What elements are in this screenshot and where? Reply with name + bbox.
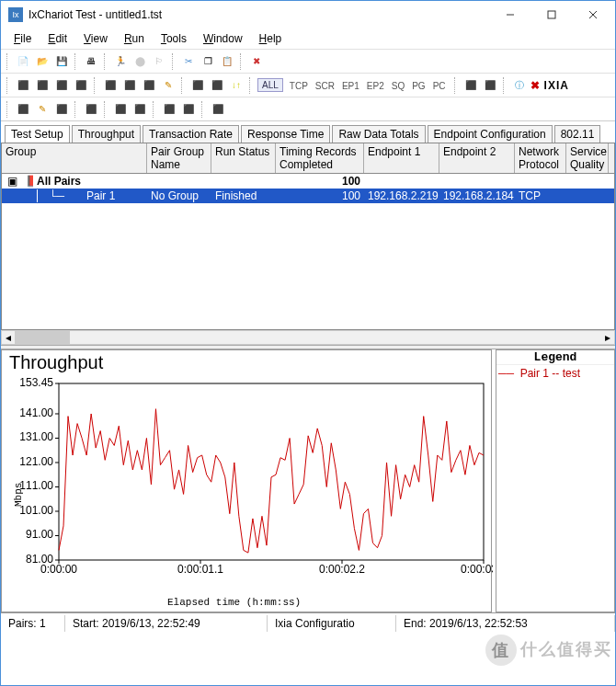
cell-proto: TCP bbox=[515, 189, 566, 202]
t3-i-icon[interactable]: ⬛ bbox=[210, 101, 226, 118]
cell-timing: 100 bbox=[276, 189, 364, 202]
tool-l-icon[interactable]: ⬛ bbox=[462, 77, 479, 94]
tool-e-icon[interactable]: ⬛ bbox=[102, 77, 119, 94]
t3-d-icon[interactable]: ⬛ bbox=[83, 101, 99, 118]
t3-g-icon[interactable]: ⬛ bbox=[161, 101, 177, 118]
t3-a-icon[interactable]: ⬛ bbox=[15, 101, 31, 118]
new-icon[interactable]: 📄 bbox=[15, 53, 31, 70]
status-bar: Pairs: 1 Start: 2019/6/13, 22:52:49 Ixia… bbox=[1, 612, 615, 633]
h-scrollbar[interactable]: ◂▸ bbox=[1, 330, 615, 345]
menu-edit[interactable]: Edit bbox=[40, 30, 74, 47]
window-title: IxChariot Test - untitled1.tst bbox=[29, 8, 489, 21]
t3-c-icon[interactable]: ⬛ bbox=[53, 101, 70, 118]
close-button[interactable] bbox=[572, 2, 613, 28]
print-icon[interactable]: 🖶 bbox=[83, 53, 99, 70]
tool-i-icon[interactable]: ⬛ bbox=[189, 77, 206, 94]
svg-text:0:00:00: 0:00:00 bbox=[40, 563, 77, 576]
filter-pg[interactable]: PG bbox=[408, 80, 428, 92]
status-start: Start: 2019/6/13, 22:52:49 bbox=[65, 615, 268, 632]
filter-ep2[interactable]: EP2 bbox=[363, 80, 388, 92]
filter-sq[interactable]: SQ bbox=[388, 80, 408, 92]
svg-text:131.00: 131.00 bbox=[19, 430, 53, 443]
t3-f-icon[interactable]: ⬛ bbox=[131, 101, 148, 118]
menu-window[interactable]: Window bbox=[196, 30, 250, 47]
tool-a-icon[interactable]: ⬛ bbox=[15, 77, 31, 94]
pair-row[interactable]: └─ Pair 1 No Group Finished 100 192.168.… bbox=[2, 189, 614, 203]
open-icon[interactable]: 📂 bbox=[34, 53, 51, 70]
col-group[interactable]: Group bbox=[2, 143, 147, 173]
filter-ep1[interactable]: EP1 bbox=[338, 80, 363, 92]
svg-text:0:00:02.2: 0:00:02.2 bbox=[319, 563, 365, 576]
tool-g-icon[interactable]: ⬛ bbox=[141, 77, 157, 94]
legend-title: Legend bbox=[496, 350, 614, 365]
tool-b-icon[interactable]: ⬛ bbox=[34, 77, 51, 94]
menu-tools[interactable]: Tools bbox=[154, 30, 194, 47]
legend-panel: Legend ── Pair 1 -- test bbox=[496, 349, 615, 612]
tab-response-time[interactable]: Response Time bbox=[241, 125, 330, 143]
cut-icon[interactable]: ✂ bbox=[180, 53, 197, 70]
tool-h-icon[interactable]: ✎ bbox=[160, 77, 177, 94]
status-end: End: 2019/6/13, 22:52:53 bbox=[396, 615, 615, 632]
col-timing-records-completed[interactable]: Timing Records Completed bbox=[276, 143, 364, 173]
app-icon: Ix bbox=[8, 7, 23, 22]
svg-rect-1 bbox=[548, 11, 555, 18]
title-bar: Ix IxChariot Test - untitled1.tst bbox=[1, 1, 615, 29]
tab-raw-data-totals[interactable]: Raw Data Totals bbox=[332, 125, 425, 143]
tab-test-setup[interactable]: Test Setup bbox=[5, 125, 70, 143]
svg-text:101.00: 101.00 bbox=[19, 504, 53, 517]
flag-icon[interactable]: 🏳 bbox=[151, 53, 167, 70]
chart-panel: Throughput Mbps 81.0091.00101.00111.0012… bbox=[1, 349, 492, 612]
svg-text:141.00: 141.00 bbox=[19, 406, 53, 419]
chart-title: Throughput bbox=[2, 350, 491, 375]
menu-help[interactable]: Help bbox=[252, 30, 290, 47]
stop-icon[interactable]: ⬤ bbox=[131, 53, 148, 70]
col-endpoint-1[interactable]: Endpoint 1 bbox=[364, 143, 439, 173]
menu-run[interactable]: Run bbox=[117, 30, 152, 47]
t3-h-icon[interactable]: ⬛ bbox=[180, 101, 197, 118]
chart-area: Throughput Mbps 81.0091.00101.00111.0012… bbox=[1, 349, 615, 612]
col-network-protocol[interactable]: Network Protocol bbox=[515, 143, 566, 173]
tab-802.11[interactable]: 802.11 bbox=[554, 125, 601, 143]
filter-pc[interactable]: PC bbox=[429, 80, 450, 92]
delete-icon[interactable]: ✖ bbox=[248, 53, 265, 70]
tool-m-icon[interactable]: ⬛ bbox=[482, 77, 498, 94]
save-icon[interactable]: 💾 bbox=[53, 53, 70, 70]
tab-transaction-rate[interactable]: Transaction Rate bbox=[143, 125, 239, 143]
t3-b-icon[interactable]: ✎ bbox=[34, 101, 51, 118]
tab-throughput[interactable]: Throughput bbox=[72, 125, 141, 143]
info-icon[interactable]: ⓘ bbox=[511, 77, 528, 94]
col-endpoint-2[interactable]: Endpoint 2 bbox=[439, 143, 515, 173]
menu-file[interactable]: File bbox=[6, 30, 39, 47]
tab-endpoint-configuration[interactable]: Endpoint Configuration bbox=[428, 125, 553, 143]
grid-body[interactable]: ▣ 📕 All Pairs 100 └─ Pair 1 No Group Fin… bbox=[1, 174, 615, 330]
minimize-button[interactable] bbox=[489, 2, 530, 28]
svg-text:111.00: 111.00 bbox=[19, 479, 53, 492]
paste-icon[interactable]: 📋 bbox=[219, 53, 235, 70]
svg-text:0:00:03.6: 0:00:03.6 bbox=[461, 563, 493, 576]
legend-item[interactable]: ── Pair 1 -- test bbox=[496, 365, 614, 382]
grid-header: GroupPair Group NameRun StatusTiming Rec… bbox=[1, 143, 615, 174]
run-icon[interactable]: 🏃 bbox=[112, 53, 129, 70]
t3-e-icon[interactable]: ⬛ bbox=[112, 101, 129, 118]
cell-status: Finished bbox=[211, 189, 276, 202]
copy-icon[interactable]: ❐ bbox=[200, 53, 216, 70]
svg-text:91.00: 91.00 bbox=[26, 528, 53, 541]
tool-k-icon[interactable]: ↓↑ bbox=[228, 77, 245, 94]
menu-view[interactable]: View bbox=[76, 30, 115, 47]
all-pairs-row[interactable]: ▣ 📕 All Pairs 100 bbox=[2, 174, 614, 189]
svg-text:121.00: 121.00 bbox=[19, 455, 53, 468]
tool-c-icon[interactable]: ⬛ bbox=[53, 77, 70, 94]
tool-j-icon[interactable]: ⬛ bbox=[209, 77, 225, 94]
col-service-quality[interactable]: Service Quality bbox=[566, 143, 609, 173]
maximize-button[interactable] bbox=[530, 2, 572, 28]
tool-d-icon[interactable]: ⬛ bbox=[73, 77, 89, 94]
toolbar-2: ⬛ ⬛ ⬛ ⬛ ⬛ ⬛ ⬛ ✎ ⬛ ⬛ ↓↑ ALL TCPSCREP1EP2S… bbox=[1, 73, 615, 97]
filter-tcp[interactable]: TCP bbox=[286, 80, 312, 92]
col-pair-group-name[interactable]: Pair Group Name bbox=[147, 143, 211, 173]
tool-f-icon[interactable]: ⬛ bbox=[121, 77, 138, 94]
chart-plot: 81.0091.00101.00111.00121.00131.00141.00… bbox=[15, 374, 493, 595]
toolbar-3: ⬛ ✎ ⬛ ⬛ ⬛ ⬛ ⬛ ⬛ ⬛ bbox=[1, 97, 615, 120]
filter-all[interactable]: ALL bbox=[257, 78, 283, 92]
filter-scr[interactable]: SCR bbox=[312, 80, 338, 92]
col-run-status[interactable]: Run Status bbox=[211, 143, 276, 173]
